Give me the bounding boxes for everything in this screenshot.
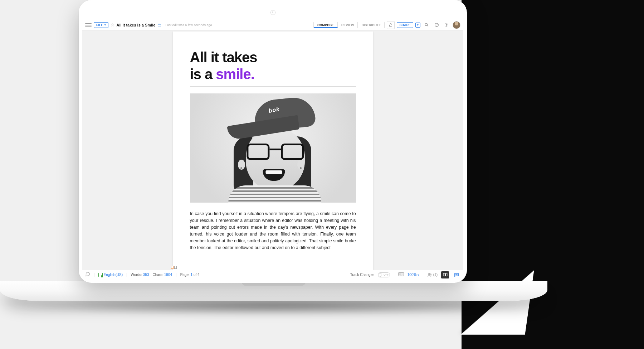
chevron-down-icon: ▾ [417,24,419,26]
star-icon[interactable]: ☆ [111,23,114,28]
chevron-down-icon: ▾ [418,273,419,277]
file-label: FILE [96,23,103,27]
horizontal-rule [190,87,356,87]
document-title[interactable]: All it takes is a Smile [117,23,156,27]
svg-point-6 [428,273,430,275]
gear-icon[interactable] [443,21,450,29]
svg-point-7 [430,273,431,275]
collaborators-button[interactable]: (1) [427,272,438,277]
editor-canvas[interactable]: All it takes is a smile. bok [82,30,463,270]
menu-hamburger-icon[interactable] [85,23,92,27]
document-page[interactable]: All it takes is a smile. bok [173,31,373,270]
heading-line1[interactable]: All it takes [190,49,356,66]
laptop-base [0,281,547,301]
people-icon [427,272,432,277]
zoom-control[interactable]: 100% ▾ [408,273,419,277]
heading-prefix: is a [190,66,216,82]
tab-compose[interactable]: COMPOSE [314,22,338,28]
page-indicator[interactable]: Page: 1 of 4 [180,273,200,277]
mode-tabs: COMPOSE REVIEW DISTRIBUTE [313,22,385,28]
svg-point-3 [436,26,437,26]
lock-icon[interactable] [387,21,395,29]
heading-accent: smile. [216,66,254,82]
last-edit-text: Last edit was a few seconds ago [165,23,212,27]
folder-icon[interactable]: 🗀 [157,23,162,28]
word-count[interactable]: Words: 353 [131,273,149,277]
svg-point-1 [425,23,428,26]
status-bar: | English(US) | Words: 353 Chars: 1904 |… [82,270,463,279]
track-changes-toggle[interactable]: OFF [378,272,390,277]
share-label: SHARE [399,23,411,27]
share-dropdown-button[interactable]: ▾ [415,23,420,28]
share-button[interactable]: SHARE [397,22,413,28]
avatar[interactable] [453,21,460,29]
chevron-down-icon: ▾ [104,24,106,26]
reading-view-icon[interactable] [441,271,449,278]
track-changes-label: Track Changes [350,273,374,277]
laptop-frame: FILE ▾ ☆ All it takes is a Smile 🗀 Last … [79,0,467,283]
keyboard-icon[interactable] [398,272,404,277]
chat-icon[interactable] [453,271,460,278]
tab-review[interactable]: REVIEW [338,22,358,28]
page-marker-icon[interactable] [171,266,177,269]
document-image[interactable]: bok [190,93,356,203]
language-label: English(US) [104,273,123,277]
app-screen: FILE ▾ ☆ All it takes is a Smile 🗀 Last … [82,20,463,279]
top-toolbar: FILE ▾ ☆ All it takes is a Smile 🗀 Last … [82,20,463,30]
glasses-icon [247,144,304,161]
svg-point-4 [446,24,447,25]
camera-icon [270,10,275,15]
search-icon[interactable] [423,21,430,29]
comment-icon[interactable] [85,272,90,278]
body-paragraph[interactable]: In case you find yourself in a situation… [190,210,356,251]
help-icon[interactable] [433,21,440,29]
tab-distribute[interactable]: DISTRIBUTE [358,22,384,28]
file-menu-button[interactable]: FILE ▾ [94,22,108,28]
language-selector[interactable]: English(US) [98,273,123,277]
heading-line2[interactable]: is a smile. [190,66,356,82]
char-count[interactable]: Chars: 1904 [153,273,172,277]
svg-rect-5 [398,272,404,276]
svg-rect-0 [390,25,392,26]
spellcheck-icon [98,273,103,277]
